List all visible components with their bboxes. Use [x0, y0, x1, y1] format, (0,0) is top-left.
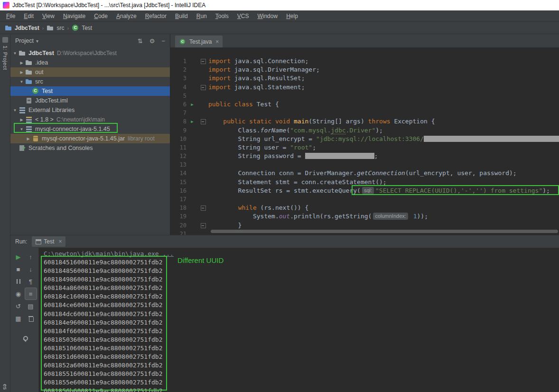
project-panel-title[interactable]: Project: [15, 37, 34, 44]
fold-column: [198, 169, 208, 177]
pin-button[interactable]: [19, 332, 31, 345]
fold-column: [198, 212, 208, 221]
menu-run[interactable]: Run: [192, 11, 211, 21]
chevron-right-icon[interactable]: ▶: [18, 118, 25, 122]
up-button[interactable]: ↑: [25, 251, 37, 263]
hide-icon[interactable]: −: [161, 37, 165, 45]
tab-test-java[interactable]: Test.java ×: [175, 36, 223, 47]
close-icon[interactable]: ×: [58, 238, 62, 245]
print-button[interactable]: ▤: [25, 300, 37, 312]
chevron-down-icon[interactable]: ▼: [18, 127, 25, 131]
tab-run-test[interactable]: Test ×: [32, 236, 65, 247]
chevron-down-icon[interactable]: ▼: [11, 51, 19, 56]
run-panel: Run: Test × ▶■◉↺▦↑↓¶≡▤ C:\newton\jdk\mai…: [10, 235, 559, 392]
breadcrumb-item-test[interactable]: Test: [72, 24, 92, 31]
code-token: .println(rs.getString(: [290, 213, 372, 220]
rerun-button[interactable]: ▶: [12, 251, 25, 263]
code-token: import: [208, 84, 234, 91]
fold-icon[interactable]: [198, 117, 208, 126]
line-number: 3: [170, 74, 186, 83]
breadcrumb-label: Test: [82, 25, 92, 31]
project-tree: ▼JdbcTestD:\Workspace\JdbcTest▶.idea▶out…: [10, 47, 170, 235]
fold-column: [198, 160, 208, 169]
code-token: while: [238, 204, 261, 211]
code-line: 18 while (rs.next()) {: [170, 204, 559, 212]
menu-view[interactable]: View: [38, 11, 59, 21]
menu-build[interactable]: Build: [171, 11, 192, 21]
fold-column: [198, 109, 208, 117]
code-token: public static void: [223, 118, 294, 125]
chevron-right-icon[interactable]: ▶: [25, 137, 32, 141]
code-token: [208, 118, 223, 125]
tree-item-out[interactable]: ▶out: [10, 67, 170, 77]
tree-item-jdbctest-iml[interactable]: JdbcTest.iml: [10, 96, 170, 105]
fold-icon[interactable]: [198, 83, 208, 92]
tree-item-idea[interactable]: ▶.idea: [10, 58, 170, 67]
menu-refactor[interactable]: Refactor: [141, 11, 171, 21]
tree-item-scratches-and-consoles[interactable]: Scratches and Consoles: [10, 143, 170, 153]
menu-tools[interactable]: Tools: [211, 11, 233, 21]
chevron-down-icon[interactable]: ▼: [18, 80, 25, 84]
stop-button[interactable]: ■: [12, 263, 25, 275]
gutter-cell: [186, 178, 198, 187]
tree-item-test[interactable]: Test: [10, 86, 170, 96]
tree-item-jdbctest[interactable]: ▼JdbcTestD:\Workspace\JdbcTest: [10, 48, 170, 58]
menu-vcs[interactable]: VCS: [233, 11, 253, 21]
run-line-icon[interactable]: ▶: [186, 117, 198, 126]
collapse-all-icon[interactable]: ⇅: [138, 37, 143, 45]
fold-icon[interactable]: [198, 57, 208, 65]
gear-icon[interactable]: ⚙: [149, 37, 155, 45]
code-editor[interactable]: 1import java.sql.Connection;2import java…: [170, 47, 559, 235]
close-icon[interactable]: ×: [215, 38, 219, 45]
tree-item-mysql-connector-java-5-1-45[interactable]: ▼mysql-connector-java-5.1.45: [10, 124, 170, 134]
tool-button-project[interactable]: 1: Project: [2, 46, 8, 70]
code-text: import java.sql.Connection;: [208, 57, 559, 65]
camera-button[interactable]: ◉: [12, 288, 25, 300]
menu-file[interactable]: File: [2, 11, 19, 21]
tree-item-src[interactable]: ▼src: [10, 77, 170, 86]
code-token: "com.mysql.: [290, 127, 331, 134]
code-text: [208, 195, 559, 204]
clear-button[interactable]: [25, 312, 37, 325]
code-token: getConnection: [357, 169, 405, 177]
horizontal-scrollbar[interactable]: [211, 230, 558, 233]
pause-button[interactable]: [12, 275, 25, 288]
restore-button[interactable]: ↺: [12, 300, 25, 312]
pause-icon: [17, 279, 20, 284]
breadcrumb-item-jdbctest[interactable]: JdbcTest: [5, 24, 39, 31]
console-icon: [36, 239, 41, 244]
breadcrumb-item-src[interactable]: src: [47, 24, 64, 31]
code-line: 14 Connection conn = DriverManager.getCo…: [170, 169, 559, 177]
chevron-down-icon[interactable]: ▼: [11, 108, 19, 112]
code-text: public static void main(String[] args) t…: [208, 117, 559, 126]
grid-button[interactable]: ▦: [12, 312, 25, 325]
down-button[interactable]: ↓: [25, 263, 37, 275]
chevron-right-icon[interactable]: ▶: [18, 70, 25, 75]
line-number: 10: [170, 135, 186, 143]
fold-icon[interactable]: [198, 204, 208, 212]
code-token: throws: [368, 118, 394, 125]
chevron-right-icon[interactable]: ▶: [18, 61, 25, 65]
menu-help[interactable]: Help: [282, 11, 302, 21]
menu-navigate[interactable]: Navigate: [59, 11, 90, 21]
chevron-down-icon[interactable]: ▾: [36, 38, 38, 44]
gutter-cell: [186, 143, 198, 152]
run-line-icon[interactable]: ▶: [186, 100, 198, 109]
menu-window[interactable]: Window: [253, 11, 282, 21]
softwrap-button[interactable]: ¶: [25, 275, 37, 288]
line-number: 2: [170, 65, 186, 74]
tree-item-mysql-connector-java-5-1-45-jar[interactable]: ▶mysql-connector-java-5.1.45.jarlibrary …: [10, 134, 170, 143]
breadcrumb-label: JdbcTest: [15, 25, 39, 31]
code-token: java.sql.DriverManager;: [234, 66, 320, 73]
menu-edit[interactable]: Edit: [19, 11, 38, 21]
options-button[interactable]: ≡: [25, 288, 37, 300]
run-console[interactable]: C:\newton\jdk\main\bin\java.exe ... 6081…: [39, 248, 559, 392]
menu-analyze[interactable]: Analyze: [112, 11, 141, 21]
fold-icon[interactable]: [198, 221, 208, 230]
tree-item-external-libraries[interactable]: ▼External Libraries: [10, 105, 170, 115]
fold-column: [198, 178, 208, 187]
tool-button-bottom[interactable]: es: [2, 384, 8, 390]
menu-code[interactable]: Code: [90, 11, 112, 21]
code-token: (String[] args): [308, 118, 368, 125]
tree-item-1-8[interactable]: ▶< 1.8 >C:\newton\jdk\main: [10, 115, 170, 124]
